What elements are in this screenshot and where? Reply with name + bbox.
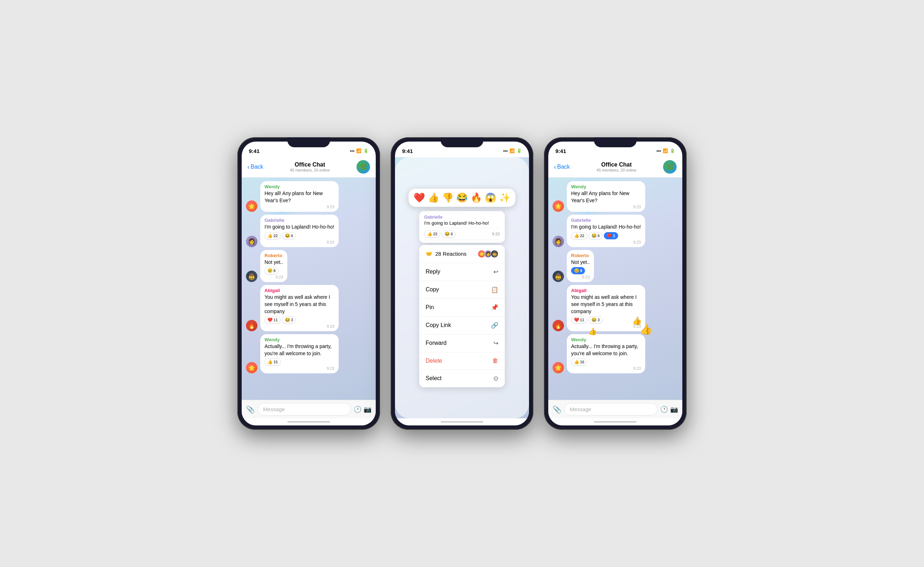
chat-area-1[interactable]: ❄️ 🌟 Wendy Hey all! Any plans for New Ye… <box>242 177 376 400</box>
bubble-abigail-3[interactable]: Abigail You might as well ask where I se… <box>567 285 645 331</box>
emoji-laugh[interactable]: 😂 <box>456 192 468 203</box>
clock-icon-3[interactable]: 🕐 <box>660 406 668 413</box>
reactions-count-label: 28 Reactions <box>435 251 466 257</box>
bubble-roberto-3[interactable]: Roberto Not yet.. 😢 9 9:23 <box>567 250 594 283</box>
ctx-pin-item[interactable]: Pin 📌 <box>419 299 505 317</box>
back-chevron-icon-1: ‹ <box>248 163 249 171</box>
header-center-3: Office Chat 45 members, 20 online <box>570 161 663 172</box>
bubble-gabrielle-1[interactable]: Gabrielle I'm going to Lapland! Ho-ho-ho… <box>260 215 339 247</box>
bubble-gabrielle-3[interactable]: Gabrielle I'm going to Lapland! Ho-ho-ho… <box>567 215 645 247</box>
bubble-roberto-1[interactable]: Roberto Not yet.. 😢 8 9:23 <box>260 250 287 283</box>
avatar-gabrielle-1: 👩 <box>246 236 257 247</box>
avatar-wendy2-1: 🌟 <box>246 362 257 373</box>
attach-icon-3[interactable]: 📎 <box>552 405 561 414</box>
reactions-roberto-3: 😢 9 <box>571 267 590 274</box>
bubble-wendy-1[interactable]: Wendy Hey all! Any plans for New Year's … <box>260 181 339 212</box>
chat-avatar-1[interactable]: 🌿 <box>357 160 370 174</box>
reaction-thumbsup-wendy2-1[interactable]: 👍 15 <box>264 358 280 365</box>
message-row-roberto-3: 🤠 Roberto Not yet.. 😢 9 9:23 <box>552 250 678 283</box>
reactions-wendy2-3: 👍 16 <box>571 358 641 365</box>
reaction-heart-gabrielle-3[interactable]: ❤️ 1 <box>604 232 618 239</box>
reaction-heart-abigail-1[interactable]: ❤️ 11 <box>264 316 280 323</box>
time-abigail-1: 9:23 <box>264 324 334 328</box>
phone-1: 9:41 ▪▪▪ 📶 🔋 ‹ Back Office Chat 45 membe… <box>237 137 380 430</box>
message-input-3[interactable]: Message <box>564 403 657 415</box>
avatar-roberto-3: 🤠 <box>552 271 564 282</box>
message-input-1[interactable]: Message <box>258 403 351 415</box>
ctx-select-item[interactable]: Select ⊙ <box>419 370 505 387</box>
avatar-wendy-3: 🌟 <box>552 200 564 212</box>
ctx-reaction-laugh[interactable]: 😂 6 <box>442 230 456 238</box>
reaction-thumbsup-gabrielle-1[interactable]: 👍 22 <box>264 232 280 239</box>
reaction-sob-roberto-3[interactable]: 😢 9 <box>571 267 585 274</box>
emoji-fire[interactable]: 🔥 <box>471 192 482 203</box>
battery-icon-2: 🔋 <box>516 148 522 153</box>
message-row-wendy-1: 🌟 Wendy Hey all! Any plans for New Year'… <box>246 181 372 212</box>
reaction-laugh-abigail-1[interactable]: 😂 3 <box>282 316 296 323</box>
ctx-sender: Gabrielle <box>424 213 500 220</box>
ctx-reactions-count-item[interactable]: 🤝 28 Reactions 🌟 👩 🤠 <box>419 245 505 263</box>
context-menu-overlay[interactable]: ❤️ 👍 👎 😂 🔥 😱 ✨ Gabrielle I'm going to La… <box>395 157 529 418</box>
reaction-heart-abigail-3[interactable]: ❤️ 11 <box>571 316 587 323</box>
back-button-3[interactable]: ‹ Back <box>554 163 570 171</box>
reaction-sob-roberto-1[interactable]: 😢 8 <box>264 267 278 274</box>
home-bar-1 <box>287 421 330 423</box>
chat-area-3[interactable]: ❄️ 🌟 Wendy Hey all! Any plans for New Ye… <box>548 177 682 400</box>
message-row-wendy2-3: 🌟 Wendy Actually... I'm throwing a party… <box>552 334 678 373</box>
back-button-1[interactable]: ‹ Back <box>248 163 264 171</box>
reaction-thumbsup-gabrielle-3[interactable]: 👍 22 <box>571 232 587 239</box>
back-chevron-icon-3: ‹ <box>554 163 556 171</box>
ctx-msg-text: I'm going to Lapland! Ho-ho-ho! <box>424 220 500 228</box>
wifi-icon-1: 📶 <box>356 148 362 153</box>
signal-icon-1: ▪▪▪ <box>350 148 354 153</box>
bubble-abigail-1[interactable]: Abigail You might as well ask where I se… <box>260 285 339 331</box>
reactions-avatar-3: 🤠 <box>490 250 498 258</box>
screen-1: 9:41 ▪▪▪ 📶 🔋 ‹ Back Office Chat 45 membe… <box>242 141 376 426</box>
reactions-counter: 🤝 28 Reactions <box>426 251 466 257</box>
emoji-thumbsdown[interactable]: 👎 <box>442 192 453 203</box>
notch-3 <box>594 137 637 147</box>
camera-icon-3[interactable]: 📷 <box>670 406 678 413</box>
ctx-reply-item[interactable]: Reply ↩ <box>419 263 505 281</box>
message-row-roberto-1: 🤠 Roberto Not yet.. 😢 8 9:23 <box>246 250 372 283</box>
header-center-1: Office Chat 45 members, 20 online <box>264 161 357 172</box>
screen-2: 9:41 ▪▪▪ 📶 🔋 ❤️ 👍 👎 😂 🔥 😱 ✨ <box>395 141 529 426</box>
reactions-abigail-1: ❤️ 11 😂 3 <box>264 316 334 323</box>
emoji-sparkles[interactable]: ✨ <box>499 192 510 203</box>
avatar-abigail-1: 🔥 <box>246 320 257 331</box>
reaction-laugh-abigail-3[interactable]: 😂 3 <box>588 316 603 323</box>
chat-avatar-3[interactable]: 🌿 <box>663 160 676 174</box>
ctx-copylink-item[interactable]: Copy Link 🔗 <box>419 317 505 334</box>
home-indicator-1 <box>242 418 376 426</box>
chat-subtitle-1: 45 members, 20 online <box>264 168 357 172</box>
ctx-forward-item[interactable]: Forward ↪ <box>419 334 505 352</box>
sender-wendy2-3: Wendy <box>571 337 641 342</box>
status-icons-3: ▪▪▪ 📶 🔋 <box>656 148 675 153</box>
camera-icon-1[interactable]: 📷 <box>364 406 372 413</box>
notch-2 <box>441 137 483 147</box>
attach-icon-1[interactable]: 📎 <box>246 405 255 414</box>
reactions-wendy2-1: 👍 15 <box>264 358 334 365</box>
ctx-delete-item[interactable]: Delete 🗑 <box>419 352 505 370</box>
back-label-1: Back <box>250 164 264 170</box>
bubble-wendy2-1[interactable]: Wendy Actually... I'm throwing a party, … <box>260 334 339 373</box>
time-wendy-3: 9:23 <box>571 205 641 209</box>
home-indicator-3 <box>548 418 682 426</box>
bubble-wendy-3[interactable]: Wendy Hey all! Any plans for New Year's … <box>567 181 645 212</box>
avatar-wendy-1: 🌟 <box>246 200 257 212</box>
input-bar-1: 📎 Message 🕐 📷 <box>242 400 376 418</box>
emoji-heart[interactable]: ❤️ <box>414 192 425 203</box>
sender-abigail-1: Abigail <box>264 288 334 293</box>
reaction-laugh-gabrielle-3[interactable]: 😂 6 <box>588 232 603 239</box>
status-icons-1: ▪▪▪ 📶 🔋 <box>350 148 369 153</box>
bubble-wendy2-3[interactable]: Wendy Actually... I'm throwing a party, … <box>567 334 645 373</box>
reaction-laugh-gabrielle-1[interactable]: 😂 6 <box>282 232 296 239</box>
reaction-thumbsup-wendy2-3[interactable]: 👍 16 <box>571 358 587 365</box>
ctx-time: 9:23 <box>492 232 500 236</box>
ctx-copy-item[interactable]: Copy 📋 <box>419 281 505 299</box>
emoji-picker[interactable]: ❤️ 👍 👎 😂 🔥 😱 ✨ <box>408 189 516 207</box>
ctx-reaction-thumbsup[interactable]: 👍 22 <box>424 230 440 238</box>
emoji-shocked[interactable]: 😱 <box>485 192 496 203</box>
emoji-thumbsup[interactable]: 👍 <box>428 192 439 203</box>
clock-icon-1[interactable]: 🕐 <box>354 406 362 413</box>
